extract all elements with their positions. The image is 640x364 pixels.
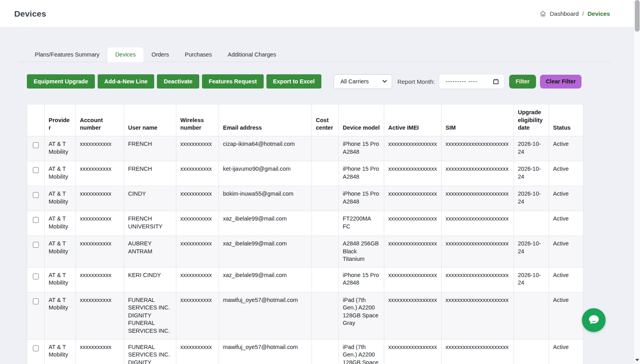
cell-checkbox [27, 236, 45, 268]
cell-upgrade-date [514, 292, 549, 339]
chat-launcher-button[interactable] [582, 308, 606, 332]
cell-user-name: CINDY [124, 186, 176, 211]
cell-status: Active [549, 211, 583, 236]
cell-account-number: xxxxxxxxxxx [76, 236, 124, 268]
tab-plans-features-summary[interactable]: Plans/Features Summary [27, 47, 108, 62]
cell-active-imei: xxxxxxxxxxxxxxxxx [384, 161, 442, 186]
table-row: AT & T MobilityxxxxxxxxxxxFRENCHxxxxxxxx… [27, 136, 583, 161]
row-checkbox[interactable] [33, 167, 39, 173]
cell-provider: AT & T Mobility [45, 211, 76, 236]
calendar-icon[interactable] [493, 79, 499, 85]
cell-provider: AT & T Mobility [45, 292, 76, 339]
cell-provider: AT & T Mobility [45, 236, 76, 268]
cell-checkbox [27, 292, 45, 339]
cell-account-number: xxxxxxxxxxx [76, 161, 124, 186]
cell-device-model: iPhone 15 Pro A2848 [339, 136, 384, 161]
cell-active-imei: xxxxxxxxxxxxxxxxx [384, 211, 442, 236]
cell-provider: AT & T Mobility [45, 136, 76, 161]
tab-orders[interactable]: Orders [143, 47, 177, 62]
cell-user-name: FRENCH [124, 136, 176, 161]
cell-user-name: KERI CINDY [124, 267, 176, 292]
cell-upgrade-date: 2026-10-24 [514, 161, 549, 186]
features-request-button[interactable]: Features Request [202, 74, 264, 89]
cell-account-number: xxxxxxxxxxx [76, 339, 124, 364]
app-header: Devices Dashboard / Devices [0, 0, 634, 28]
cell-active-imei: xxxxxxxxxxxxxxxxx [384, 267, 442, 292]
cell-user-name: FRENCH [124, 161, 176, 186]
column-header-sim: SIM [442, 104, 514, 136]
tab-purchases[interactable]: Purchases [177, 47, 220, 62]
cell-checkbox [27, 161, 45, 186]
report-month-placeholder: --------- ---- [446, 78, 478, 85]
tab-bar: Plans/Features SummaryDevicesOrdersPurch… [21, 47, 611, 62]
chevron-down-icon [382, 80, 387, 83]
cell-status: Active [549, 292, 583, 339]
row-checkbox[interactable] [33, 192, 39, 198]
row-checkbox[interactable] [33, 217, 39, 223]
cell-sim: xxxxxxxxxxxxxxxxxxxxxx [442, 211, 514, 236]
add-a-new-line-button[interactable]: Add-a-New Line [98, 74, 155, 89]
column-header-cost-center: Cost center [312, 104, 339, 136]
cell-active-imei: xxxxxxxxxxxxxxxxx [384, 292, 442, 339]
scrollbar-thumb[interactable] [635, 0, 640, 32]
cell-upgrade-date [514, 211, 549, 236]
scrollbar-down-arrow[interactable] [635, 359, 639, 361]
column-header-device-model: Device model [339, 104, 384, 136]
report-month-input[interactable]: --------- ---- [439, 74, 504, 89]
breadcrumb-dashboard[interactable]: Dashboard [550, 10, 579, 17]
home-icon[interactable] [540, 10, 546, 17]
cell-active-imei: xxxxxxxxxxxxxxxxx [384, 236, 442, 268]
cell-device-model: iPad (7th Gen.) A2200 128GB Space Gray [339, 339, 384, 364]
cell-provider: AT & T Mobility [45, 161, 76, 186]
cell-email: ket-ijavumo90@gmail.com [219, 161, 312, 186]
carrier-select[interactable]: All Carriers [334, 74, 392, 89]
breadcrumb: Dashboard / Devices [540, 10, 610, 17]
cell-sim: xxxxxxxxxxxxxxxxxxxxxx [442, 136, 514, 161]
page-scrollbar[interactable] [634, 0, 640, 364]
cell-upgrade-date: 2026-10-24 [514, 186, 549, 211]
row-checkbox[interactable] [33, 298, 39, 304]
cell-cost-center [312, 136, 339, 161]
cell-device-model: A2848 256GB Black Titanium [339, 236, 384, 268]
cell-provider: AT & T Mobility [45, 339, 76, 364]
cell-upgrade-date: 2026-10-24 [514, 136, 549, 161]
carrier-select-value: All Carriers [340, 78, 369, 85]
table-row: AT & T MobilityxxxxxxxxxxxFRENCHxxxxxxxx… [27, 161, 583, 186]
cell-email: mawifuj_oye57@hotmail.com [219, 339, 312, 364]
table-row: AT & T MobilityxxxxxxxxxxxAUBREY ANTRAMx… [27, 236, 583, 268]
main-content: Plans/Features SummaryDevicesOrdersPurch… [0, 28, 634, 364]
tab-devices[interactable]: Devices [108, 47, 144, 62]
cell-checkbox [27, 267, 45, 292]
equipment-upgrade-button[interactable]: Equipment Upgrade [27, 74, 95, 89]
cell-account-number: xxxxxxxxxxx [76, 292, 124, 339]
breadcrumb-separator: / [582, 10, 584, 17]
breadcrumb-current: Devices [587, 10, 610, 17]
table-row: AT & T MobilityxxxxxxxxxxxCINDYxxxxxxxxx… [27, 186, 583, 211]
export-to-excel-button[interactable]: Export to Excel [266, 74, 322, 89]
cell-provider: AT & T Mobility [45, 186, 76, 211]
cell-wireless-number: xxxxxxxxxxx [176, 211, 219, 236]
clear-filter-button[interactable]: Clear Filter [540, 75, 582, 89]
toolbar: Equipment UpgradeAdd-a-New LineDeactivat… [27, 74, 583, 89]
cell-upgrade-date: 2026-10-24 [514, 267, 549, 292]
cell-device-model: iPhone 15 Pro A2848 [339, 161, 384, 186]
row-checkbox[interactable] [33, 273, 39, 279]
cell-email: xaz_ibelale99@mail.com [219, 211, 312, 236]
filter-button[interactable]: Filter [509, 75, 536, 89]
column-header-wireless-number: Wireless number [176, 104, 219, 136]
report-month-label: Report Month: [397, 78, 435, 85]
cell-email: mawifuj_oye57@hotmail.com [219, 292, 312, 339]
column-header-user-name: User name [124, 104, 176, 136]
cell-sim: xxxxxxxxxxxxxxxxxxxxxx [442, 161, 514, 186]
cell-cost-center [312, 267, 339, 292]
cell-email: xaz_ibelale99@mail.com [219, 267, 312, 292]
deactivate-button[interactable]: Deactivate [157, 74, 199, 89]
row-checkbox[interactable] [33, 142, 39, 148]
column-header-upgrade-eligibility-date: Upgrade eligibility date [514, 104, 549, 136]
row-checkbox[interactable] [33, 345, 39, 351]
chat-bubble-icon [587, 313, 601, 327]
cell-sim: xxxxxxxxxxxxxxxxxxxxxx [442, 292, 514, 339]
tab-additional-charges[interactable]: Additional Charges [220, 47, 284, 62]
cell-device-model: FT2200MA FC [339, 211, 384, 236]
row-checkbox[interactable] [33, 242, 39, 248]
